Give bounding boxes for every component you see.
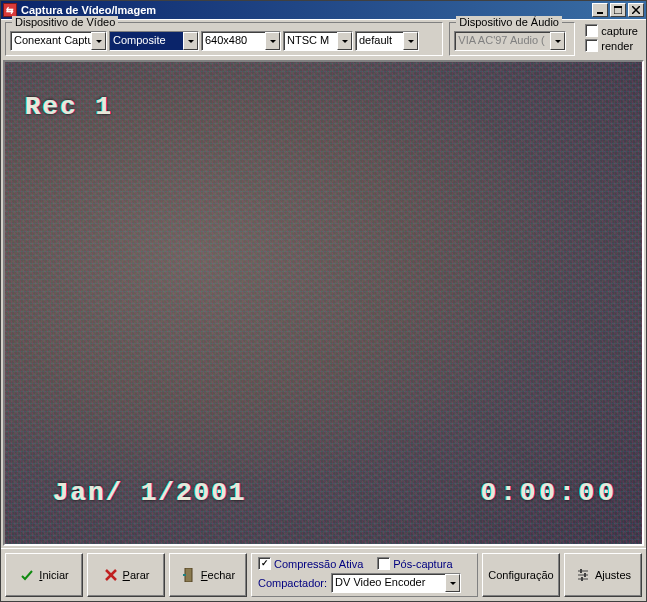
- svg-rect-2: [614, 6, 622, 8]
- chevron-down-icon: [91, 32, 106, 50]
- close-button[interactable]: [628, 3, 644, 17]
- check-icon: [19, 568, 35, 582]
- render-checkbox[interactable]: [585, 39, 598, 52]
- bottom-toolbar: Iniciar Parar Fechar Compressão Ativa: [1, 548, 646, 601]
- svg-rect-8: [183, 574, 186, 576]
- minimize-button[interactable]: [592, 3, 608, 17]
- close-icon: [632, 6, 640, 14]
- stop-button[interactable]: Parar: [87, 553, 165, 597]
- video-input-select[interactable]: Composite: [109, 31, 199, 51]
- compression-group: Compressão Ativa Pós-captura Compactador…: [251, 553, 478, 597]
- stop-button-label: Parar: [123, 569, 150, 581]
- video-standard-value: NTSC M: [284, 32, 337, 50]
- door-icon: [181, 568, 197, 582]
- maximize-icon: [614, 6, 622, 14]
- minimize-icon: [596, 6, 604, 14]
- app-window: ⇆ Captura de Vídeo/Imagem Dispositivo de…: [0, 0, 647, 602]
- chevron-down-icon: [183, 32, 198, 50]
- adjust-button[interactable]: Ajustes: [564, 553, 642, 597]
- chevron-down-icon: [445, 574, 460, 592]
- video-mode-select[interactable]: default: [355, 31, 419, 51]
- svg-rect-12: [584, 573, 586, 577]
- start-button[interactable]: Iniciar: [5, 553, 83, 597]
- window-title: Captura de Vídeo/Imagem: [21, 4, 590, 16]
- chevron-down-icon: [550, 32, 565, 50]
- compactor-select[interactable]: DV Video Encoder: [331, 573, 461, 593]
- capture-checkbox[interactable]: [585, 24, 598, 37]
- audio-device-value: VIA AC'97 Audio (: [455, 32, 550, 50]
- device-toolbar: Dispositivo de Vídeo Conexant Captur Com…: [1, 19, 646, 58]
- video-device-value: Conexant Captur: [11, 32, 91, 50]
- osd-time-text: 0:00:00: [481, 478, 618, 508]
- audio-device-select[interactable]: VIA AC'97 Audio (: [454, 31, 566, 51]
- video-device-select[interactable]: Conexant Captur: [10, 31, 107, 51]
- video-device-legend: Dispositivo de Vídeo: [12, 16, 118, 28]
- audio-options: capture render: [581, 22, 642, 56]
- post-capture-label: Pós-captura: [393, 558, 452, 570]
- video-device-group: Dispositivo de Vídeo Conexant Captur Com…: [5, 22, 443, 56]
- svg-rect-0: [597, 12, 603, 14]
- audio-device-legend: Dispositivo de Áudio: [456, 16, 562, 28]
- chevron-down-icon: [265, 32, 280, 50]
- svg-rect-7: [185, 568, 192, 582]
- video-standard-select[interactable]: NTSC M: [283, 31, 353, 51]
- audio-device-group: Dispositivo de Áudio VIA AC'97 Audio (: [449, 22, 575, 56]
- chevron-down-icon: [403, 32, 418, 50]
- video-mode-value: default: [356, 32, 403, 50]
- video-scanlines: [5, 62, 642, 544]
- osd-date-text: Jan/ 1/2001: [53, 478, 247, 508]
- close-action-label: Fechar: [201, 569, 235, 581]
- render-label: render: [601, 40, 633, 52]
- sliders-icon: [575, 569, 591, 581]
- configuration-button[interactable]: Configuração: [482, 553, 560, 597]
- compactor-value: DV Video Encoder: [332, 574, 445, 592]
- video-resolution-value: 640x480: [202, 32, 265, 50]
- video-input-value: Composite: [110, 32, 183, 50]
- osd-rec-text: Rec 1: [25, 92, 113, 122]
- capture-label: capture: [601, 25, 638, 37]
- start-button-label: Iniciar: [39, 569, 68, 581]
- compression-active-label: Compressão Ativa: [274, 558, 363, 570]
- maximize-button[interactable]: [610, 3, 626, 17]
- x-icon: [103, 569, 119, 581]
- chevron-down-icon: [337, 32, 352, 50]
- svg-rect-14: [581, 577, 583, 581]
- compactor-label: Compactador:: [258, 577, 327, 589]
- video-resolution-select[interactable]: 640x480: [201, 31, 281, 51]
- configuration-label: Configuração: [488, 569, 553, 581]
- svg-rect-10: [580, 569, 582, 573]
- close-action-button[interactable]: Fechar: [169, 553, 247, 597]
- adjust-label: Ajustes: [595, 569, 631, 581]
- video-preview: Rec 1 Jan/ 1/2001 0:00:00: [3, 60, 644, 546]
- compression-active-checkbox[interactable]: [258, 557, 271, 570]
- app-icon: ⇆: [3, 3, 17, 17]
- post-capture-checkbox[interactable]: [377, 557, 390, 570]
